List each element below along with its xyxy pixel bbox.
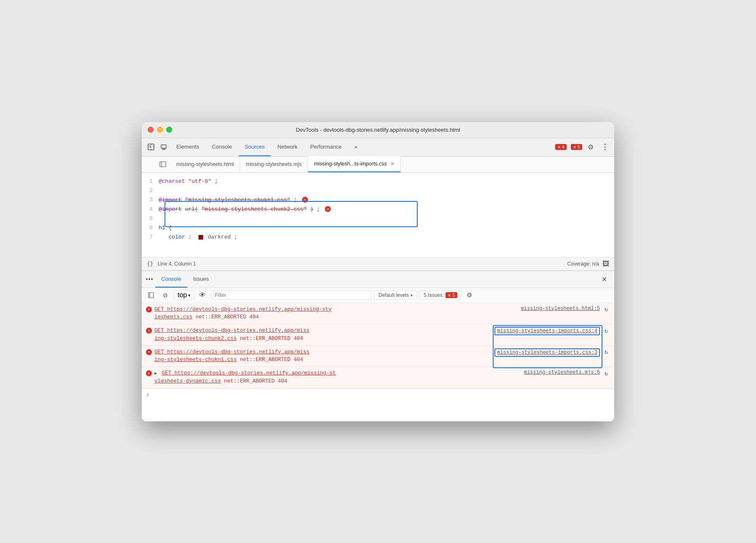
console-tab-issues[interactable]: Issues — [187, 271, 215, 288]
expand-triangle-icon[interactable]: ▶ — [154, 371, 157, 376]
tab-network[interactable]: Network — [272, 138, 304, 156]
msg-source-3[interactable]: missing-stylesheets-imports.css:3 — [494, 348, 600, 357]
close-button[interactable] — [148, 127, 154, 133]
code-editor: 1 @charset "utf-8" ; 2 3 @import "missin… — [142, 173, 614, 257]
code-line-6: 6 h1 { — [142, 223, 614, 233]
file-tab-css[interactable]: missing-stylesh...ts-imports.css ✕ — [308, 156, 401, 172]
svg-rect-6 — [148, 293, 154, 298]
code-line-7: 7 color : darkred ; — [142, 233, 614, 242]
minimize-button[interactable] — [157, 127, 163, 133]
error-icon-msg3: ✕ — [146, 349, 152, 355]
levels-button[interactable]: Default levels ▾ — [374, 291, 417, 300]
maximize-button[interactable] — [166, 127, 172, 133]
code-line-4: 4 @import url( "missing-stylesheets-chun… — [142, 205, 614, 214]
context-label: top — [178, 291, 187, 299]
error-badge-1: ✕ 4 — [555, 144, 567, 150]
file-tab-bar: missing-stylesheets.html missing-stylesh… — [142, 157, 614, 173]
console-prompt: › — [142, 388, 614, 401]
screenshot-icon[interactable]: 🖼 — [602, 260, 609, 268]
coverage-label: Coverage: n/a — [567, 261, 599, 267]
titlebar: DevTools - devtools-dbg-stories.netlify.… — [142, 122, 614, 138]
svg-rect-4 — [160, 162, 166, 167]
status-bar: {} Line 4, Column 1 Coverage: n/a 🖼 — [142, 257, 614, 271]
msg-text-3: GET https://devtools-dbg-stories.netlify… — [154, 348, 492, 364]
tab-more[interactable]: » — [348, 138, 363, 156]
inspect-icon[interactable] — [145, 141, 157, 153]
color-swatch-darkred — [198, 235, 203, 240]
format-icon[interactable]: {} — [147, 261, 154, 267]
error-icon-msg2: ✕ — [146, 328, 152, 334]
code-line-2: 2 — [142, 186, 614, 195]
tab-console[interactable]: Console — [206, 138, 238, 156]
msg-refresh-1[interactable]: ↻ — [602, 306, 610, 313]
issues-err-badge: ✕ 5 — [446, 292, 457, 298]
msg-text-2: GET https://devtools-dbg-stories.netlify… — [154, 327, 492, 343]
tab-sources[interactable]: Sources — [239, 138, 271, 156]
more-icon[interactable]: ⋮ — [599, 141, 611, 153]
file-tab-mjs[interactable]: missing-stylesheets.mjs — [240, 156, 308, 172]
console-messages: ✕ GET https://devtools-dbg-stories.netli… — [142, 303, 614, 421]
console-sidebar-icon[interactable] — [145, 289, 157, 301]
levels-dropdown-icon: ▾ — [410, 293, 413, 298]
console-settings-icon[interactable]: ⚙ — [464, 289, 475, 301]
device-icon[interactable] — [158, 141, 170, 153]
devtools-tab-bar: Elements Console Sources Network Perform… — [142, 138, 614, 157]
devtools-window: DevTools - devtools-dbg-stories.netlify.… — [142, 122, 614, 421]
context-dropdown-icon: ▾ — [188, 293, 190, 298]
msg-text-4: ▶ GET https://devtools-dbg-stories.netli… — [154, 369, 521, 386]
code-line-5: 5 — [142, 214, 614, 223]
filter-input[interactable] — [211, 291, 371, 300]
code-line-1: 1 @charset "utf-8" ; — [142, 177, 614, 186]
console-panel: Console Issues ✕ ⊘ top ▾ 👁 Default level… — [142, 271, 614, 421]
error-icon-line4: ✕ — [325, 206, 331, 212]
msg-source-4[interactable]: missing-stylesheets.mjs:6 — [524, 369, 600, 375]
tabs-right-area: ✕ 4 ✕ 5 ⚙ ⋮ — [553, 141, 611, 153]
settings-icon[interactable]: ⚙ — [585, 141, 597, 153]
eye-icon[interactable]: 👁 — [197, 289, 208, 301]
console-message-4: ✕ ▶ GET https://devtools-dbg-stories.net… — [142, 367, 614, 388]
tab-elements[interactable]: Elements — [170, 138, 205, 156]
traffic-lights — [148, 127, 172, 133]
error-icon-msg1: ✕ — [146, 307, 152, 312]
error-badge-2: ✕ 5 — [571, 144, 582, 150]
console-message-3: ✕ GET https://devtools-dbg-stories.netli… — [142, 346, 614, 367]
error-icon-msg4: ✕ — [146, 370, 152, 376]
console-tab-console[interactable]: Console — [155, 271, 187, 288]
issues-count-badge: 5 Issues: ✕ 5 — [420, 291, 461, 300]
error-icon-line3: ✕ — [302, 197, 308, 203]
svg-rect-1 — [161, 145, 166, 148]
msg-refresh-4[interactable]: ↻ — [602, 369, 610, 377]
msg-source-2[interactable]: missing-stylesheets-imports.css:4 — [494, 327, 600, 335]
status-right: Coverage: n/a 🖼 — [567, 260, 609, 268]
context-selector[interactable]: top ▾ — [174, 290, 194, 300]
msg-source-1[interactable]: missing-stylesheets.html:5 — [521, 306, 600, 312]
sidebar-toggle-icon[interactable] — [157, 158, 169, 170]
console-message-1: ✕ GET https://devtools-dbg-stories.netli… — [142, 303, 614, 325]
window-title: DevTools - devtools-dbg-stories.netlify.… — [296, 127, 460, 133]
msg-refresh-3[interactable]: ↻ — [602, 348, 610, 356]
console-message-2: ✕ GET https://devtools-dbg-stories.netli… — [142, 324, 614, 346]
console-close-icon[interactable]: ✕ — [598, 273, 610, 285]
console-tab-bar: Console Issues ✕ — [142, 271, 614, 288]
file-tab-html[interactable]: missing-stylesheets.html — [170, 156, 240, 172]
msg-text-1: GET https://devtools-dbg-stories.netlify… — [154, 306, 518, 322]
file-tab-close-icon[interactable]: ✕ — [390, 161, 394, 167]
prompt-icon: › — [146, 391, 149, 398]
code-line-3: 3 @import "missing-stylesheets-chukn1.cs… — [142, 195, 614, 205]
console-menu-icon[interactable] — [146, 278, 153, 280]
msg-refresh-2[interactable]: ↻ — [602, 327, 610, 334]
console-toolbar: ⊘ top ▾ 👁 Default levels ▾ 5 Issues: ✕ 5… — [142, 288, 614, 303]
console-clear-icon[interactable]: ⊘ — [159, 289, 171, 301]
cursor-position: Line 4, Column 1 — [158, 261, 196, 267]
tab-performance[interactable]: Performance — [304, 138, 347, 156]
